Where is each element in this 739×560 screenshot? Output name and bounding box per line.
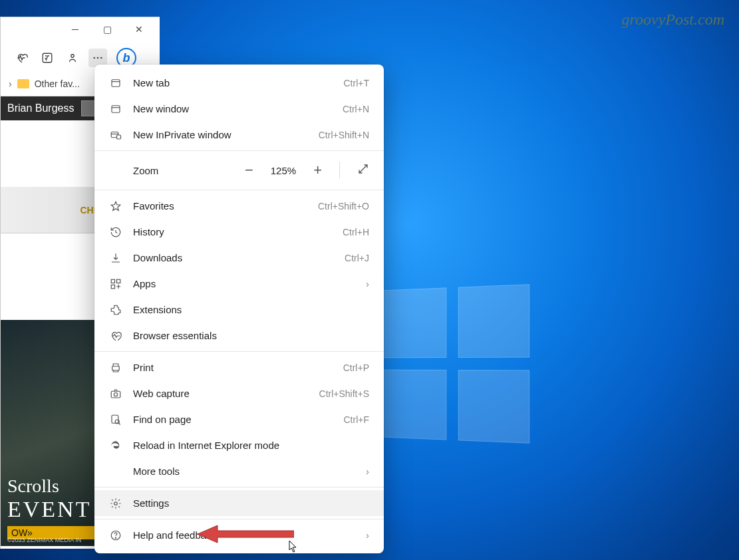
essentials-toolbar-icon[interactable]: [13, 49, 31, 67]
menu-more-tools[interactable]: More tools ›: [94, 458, 384, 484]
star-icon: [109, 200, 122, 213]
chevron-right-icon: ›: [366, 278, 369, 289]
new-window-icon: [109, 102, 122, 116]
svg-point-19: [115, 537, 116, 538]
svg-rect-10: [117, 279, 120, 283]
svg-point-2: [93, 57, 95, 59]
divider: [339, 162, 340, 179]
menu-apps[interactable]: Apps ›: [94, 271, 384, 297]
zoom-value: 125%: [271, 165, 296, 176]
math-solver-icon[interactable]: [38, 49, 57, 67]
window-controls: ─ ▢ ✕: [1, 17, 160, 41]
menu-browser-essentials[interactable]: Browser essentials: [94, 323, 384, 349]
svg-rect-12: [112, 366, 120, 370]
menu-shortcut: Ctrl+Shift+N: [319, 130, 369, 140]
menu-web-capture[interactable]: Web capture Ctrl+Shift+S: [94, 380, 384, 406]
fullscreen-button[interactable]: [357, 162, 369, 179]
svg-point-17: [114, 501, 118, 505]
zoom-in-button[interactable]: +: [313, 162, 322, 179]
svg-rect-5: [112, 79, 120, 86]
download-icon: [109, 251, 122, 265]
person-icon[interactable]: [63, 49, 82, 67]
menu-separator: [94, 487, 384, 488]
menu-label: New tab: [133, 77, 333, 88]
menu-separator: [94, 351, 384, 352]
menu-print[interactable]: Print Ctrl+P: [94, 354, 384, 380]
close-button[interactable]: ✕: [130, 24, 148, 35]
search-page-icon: [109, 413, 122, 426]
menu-new-window[interactable]: New window Ctrl+N: [94, 96, 384, 122]
svg-point-1: [71, 55, 74, 58]
menu-label: Web capture: [133, 388, 309, 399]
menu-label: Downloads: [133, 252, 334, 263]
history-icon: [109, 225, 122, 239]
favorites-folder-label[interactable]: Other fav...: [35, 78, 80, 89]
menu-label: Settings: [133, 497, 369, 509]
zoom-label: Zoom: [133, 165, 234, 176]
menu-label: Reload in Internet Explorer mode: [133, 440, 369, 451]
menu-extensions[interactable]: Extensions: [94, 297, 384, 323]
menu-favorites[interactable]: Favorites Ctrl+Shift+O: [94, 193, 384, 219]
help-icon: [109, 529, 122, 542]
menu-shortcut: Ctrl+P: [343, 362, 369, 373]
menu-separator: [94, 519, 384, 519]
menu-shortcut: Ctrl+J: [345, 253, 369, 263]
menu-label: Help and feedback: [133, 529, 355, 541]
zoom-out-button[interactable]: −: [245, 162, 253, 179]
spacer: [109, 465, 122, 478]
maximize-button[interactable]: ▢: [98, 24, 116, 35]
extensions-icon: [109, 303, 122, 317]
windows-logo: [381, 284, 530, 444]
minimize-button[interactable]: ─: [67, 24, 84, 35]
menu-ie-mode[interactable]: Reload in Internet Explorer mode: [94, 432, 384, 458]
chevron-right-icon: ›: [366, 466, 369, 477]
chevron-right-icon: ›: [366, 529, 369, 541]
heart-pulse-icon: [109, 329, 122, 343]
chevron-right-icon[interactable]: ›: [9, 78, 12, 89]
menu-shortcut: Ctrl+T: [344, 78, 370, 88]
camera-icon: [109, 387, 122, 400]
menu-label: New InPrivate window: [133, 129, 308, 140]
menu-separator: [94, 150, 384, 151]
svg-point-3: [97, 57, 99, 59]
menu-settings[interactable]: Settings: [94, 490, 384, 516]
menu-help-feedback[interactable]: Help and feedback ›: [94, 522, 384, 548]
author-name: Brian Burgess: [7, 102, 74, 114]
print-icon: [109, 361, 122, 374]
menu-shortcut: Ctrl+Shift+O: [318, 201, 369, 211]
inprivate-icon: [109, 128, 122, 142]
menu-separator: [94, 190, 384, 190]
new-tab-icon: [109, 76, 122, 90]
menu-label: More tools: [133, 466, 355, 477]
svg-rect-9: [111, 279, 114, 283]
menu-shortcut: Ctrl+N: [343, 104, 369, 114]
svg-rect-13: [111, 391, 120, 398]
svg-point-14: [114, 392, 117, 396]
menu-label: Favorites: [133, 200, 307, 211]
gear-icon: [109, 497, 122, 510]
menu-find-on-page[interactable]: Find on page Ctrl+F: [94, 406, 384, 432]
apps-icon: [109, 277, 122, 291]
svg-rect-8: [117, 135, 121, 139]
menu-new-tab[interactable]: New tab Ctrl+T: [94, 70, 384, 96]
menu-label: Browser essentials: [133, 330, 369, 341]
menu-history[interactable]: History Ctrl+H: [94, 219, 384, 245]
menu-downloads[interactable]: Downloads Ctrl+J: [94, 245, 384, 271]
watermark-text: groovyPost.com: [622, 11, 724, 29]
svg-rect-11: [111, 285, 114, 288]
menu-label: History: [133, 226, 332, 237]
menu-label: Print: [133, 362, 333, 373]
menu-label: New window: [133, 103, 332, 114]
svg-point-4: [100, 57, 102, 59]
menu-label: Apps: [133, 278, 355, 289]
menu-shortcut: Ctrl+H: [343, 227, 369, 237]
edge-settings-menu: New tab Ctrl+T New window Ctrl+N New InP…: [94, 65, 384, 553]
menu-label: Extensions: [133, 304, 369, 315]
svg-rect-6: [112, 105, 120, 112]
menu-shortcut: Ctrl+Shift+S: [319, 388, 369, 399]
menu-new-inprivate[interactable]: New InPrivate window Ctrl+Shift+N: [94, 122, 384, 148]
spacer: [109, 164, 122, 177]
ie-icon: [109, 439, 122, 452]
folder-icon: [17, 79, 29, 88]
menu-zoom: Zoom − 125% +: [94, 154, 384, 187]
